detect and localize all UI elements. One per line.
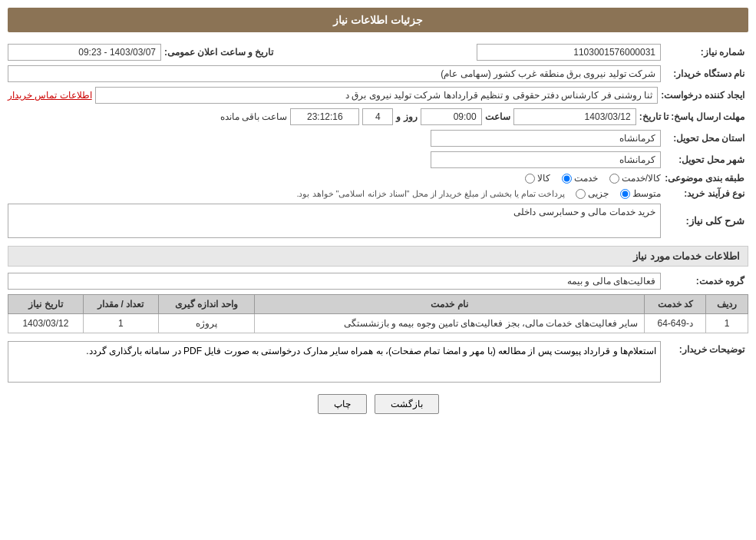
services-table: ردیف کد خدمت نام خدمت واحد اندازه گیری ت…	[8, 294, 748, 333]
purchase-type-jozei-radio[interactable]	[576, 189, 586, 199]
buyer-org-value: شرکت تولید نیروی برق منطقه غرب کشور (سها…	[8, 65, 661, 82]
category-both-radio[interactable]	[609, 174, 619, 184]
category-kala-item: کالا	[525, 173, 550, 184]
response-time-value: 09:00	[421, 108, 482, 125]
province-value: کرمانشاه	[431, 130, 661, 147]
buyer-org-row: نام دستگاه خریدار: شرکت تولید نیروی برق …	[8, 65, 748, 82]
city-value: کرمانشاه	[431, 151, 661, 168]
back-button[interactable]: بازگشت	[375, 394, 439, 414]
category-row: طبقه بندی موضوعی: کالا خدمت کالا/خدمت	[8, 173, 748, 184]
announcement-value: 1403/03/07 - 09:23	[8, 44, 161, 61]
cell-row-num: 1	[706, 314, 748, 333]
response-deadline-label: مهلت ارسال پاسخ: تا تاریخ:	[639, 111, 748, 122]
city-row: شهر محل تحویل: کرمانشاه	[8, 151, 748, 168]
buyer-notes-label: توضیحات خریدار:	[664, 341, 748, 355]
need-number-label: شماره نیاز:	[664, 47, 748, 58]
col-date: تاریخ نیاز	[8, 295, 84, 314]
creator-row: ایجاد کننده درخواست: ثنا روشنی فر کارشنا…	[8, 87, 748, 104]
service-group-label: گروه خدمت:	[664, 276, 748, 287]
purchase-type-motavasset-radio[interactable]	[620, 189, 630, 199]
purchase-type-jozei-item: جزیی	[576, 188, 609, 199]
col-qty: تعداد / مقدار	[83, 295, 158, 314]
service-group-row: گروه خدمت: فعالیت‌های مالی و بیمه	[8, 273, 748, 290]
col-unit: واحد اندازه گیری	[158, 295, 254, 314]
purchase-type-motavasset-item: متوسط	[620, 188, 661, 199]
page-header: جزئیات اطلاعات نیاز	[8, 8, 748, 32]
category-khedmat-radio[interactable]	[562, 174, 572, 184]
response-days-value: 4	[362, 108, 393, 125]
need-number-row: شماره نیاز: 1103001576000031 تاریخ و ساع…	[8, 44, 748, 61]
response-remaining-value: 23:12:16	[290, 108, 359, 125]
purchase-type-note: پرداخت تمام یا بخشی از مبلغ خریدار از مح…	[296, 189, 565, 199]
table-header-row: ردیف کد خدمت نام خدمت واحد اندازه گیری ت…	[8, 295, 748, 314]
category-khedmat-item: خدمت	[562, 173, 598, 184]
purchase-type-jozei-label: جزیی	[588, 188, 609, 199]
need-desc-value: خرید خدمات مالی و حسابرسی داخلی	[8, 204, 661, 238]
need-desc-row: شرح کلی نیاز: خرید خدمات مالی و حسابرسی …	[8, 204, 748, 238]
category-both-item: کالا/خدمت	[609, 173, 661, 184]
time-label: ساعت	[485, 111, 510, 122]
category-both-label: کالا/خدمت	[622, 173, 661, 184]
main-content: شماره نیاز: 1103001576000031 تاریخ و ساع…	[8, 44, 748, 414]
need-number-value: 1103001576000031	[477, 44, 661, 61]
province-row: استان محل تحویل: کرمانشاه	[8, 130, 748, 147]
service-group-value: فعالیت‌های مالی و بیمه	[8, 273, 661, 290]
cell-unit: پروژه	[158, 314, 254, 333]
purchase-type-label: نوع فرآیند خرید:	[664, 188, 748, 199]
button-row: بازگشت چاپ	[8, 394, 748, 414]
print-button[interactable]: چاپ	[318, 394, 367, 414]
creator-contact-link[interactable]: اطلاعات تماس خریدار	[8, 90, 92, 101]
announcement-label: تاریخ و ساعت اعلان عمومی:	[164, 47, 277, 58]
cell-date: 1403/03/12	[8, 314, 84, 333]
purchase-type-radio-group: جزیی متوسط	[576, 188, 661, 199]
city-label: شهر محل تحویل:	[664, 154, 748, 165]
cell-service-name: سایر فعالیت‌های خدمات مالی، بجز فعالیت‌ه…	[254, 314, 644, 333]
need-desc-label: شرح کلی نیاز:	[664, 215, 748, 227]
category-label: طبقه بندی موضوعی:	[664, 173, 748, 184]
province-label: استان محل تحویل:	[664, 133, 748, 144]
col-service-name: نام خدمت	[254, 295, 644, 314]
purchase-type-motavasset-label: متوسط	[632, 188, 661, 199]
category-khedmat-label: خدمت	[574, 173, 598, 184]
services-section-header: اطلاعات خدمات مورد نیاز	[8, 246, 748, 267]
days-label: روز و	[396, 111, 417, 122]
buyer-notes-textarea: استعلام‌ها و قرارداد پیوست پس از مطالعه …	[8, 341, 661, 383]
creator-label: ایجاد کننده درخواست:	[661, 90, 748, 101]
col-row-num: ردیف	[706, 295, 748, 314]
header-title: جزئیات اطلاعات نیاز	[333, 14, 423, 26]
response-date-value: 1403/03/12	[513, 108, 636, 125]
page-wrapper: جزئیات اطلاعات نیاز شماره نیاز: 11030015…	[0, 0, 756, 540]
buyer-org-label: نام دستگاه خریدار:	[664, 68, 748, 79]
buyer-notes-row: توضیحات خریدار: استعلام‌ها و قرارداد پیو…	[8, 341, 748, 383]
remaining-label: ساعت باقی مانده	[220, 111, 288, 122]
creator-value: ثنا روشنی فر کارشناس دفتر حقوقی و تنظیم …	[95, 87, 659, 104]
col-service-code: کد خدمت	[644, 295, 705, 314]
response-deadline-row: مهلت ارسال پاسخ: تا تاریخ: 1403/03/12 سا…	[8, 108, 748, 125]
category-radio-group: کالا خدمت کالا/خدمت	[525, 173, 661, 184]
cell-qty: 1	[83, 314, 158, 333]
category-kala-label: کالا	[537, 173, 550, 184]
table-row: 1 د-649-64 سایر فعالیت‌های خدمات مالی، ب…	[8, 314, 748, 333]
purchase-type-row: نوع فرآیند خرید: جزیی متوسط پرداخت تمام …	[8, 188, 748, 199]
cell-service-code: د-649-64	[644, 314, 705, 333]
category-kala-radio[interactable]	[525, 174, 535, 184]
